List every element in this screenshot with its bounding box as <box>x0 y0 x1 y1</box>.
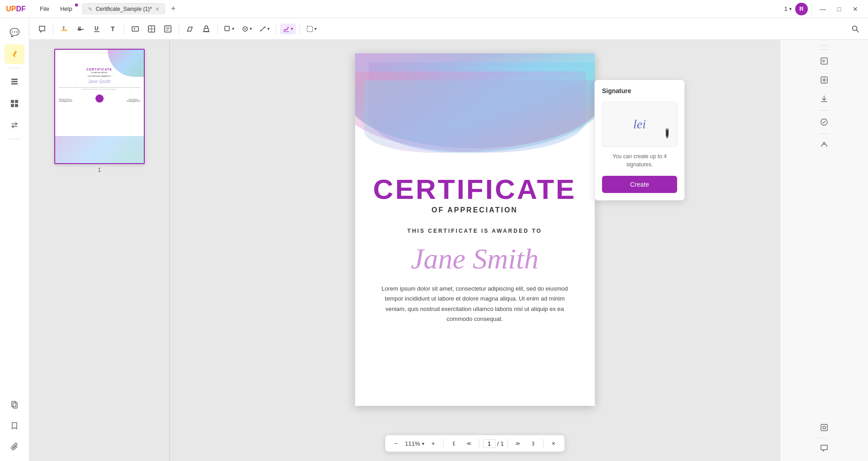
sidebar-item-bookmark[interactable] <box>5 416 24 436</box>
toolbar-stamp[interactable] <box>199 22 213 36</box>
nav-last-button[interactable]: ⟫ <box>527 437 540 450</box>
annotation-toolbar: T S U T <box>29 18 868 40</box>
nav-prev-far-button[interactable]: ≪ <box>463 437 475 450</box>
toolbar-border[interactable]: ▾ <box>304 24 319 34</box>
right-icon-bottom-1[interactable] <box>816 419 832 436</box>
right-panel-icon-1: 🖹 <box>820 56 829 66</box>
tab-name: Certificate_Sample (1)* <box>96 6 152 12</box>
toolbar-measure[interactable]: ▾ <box>256 24 272 34</box>
bookmark-icon <box>10 421 19 430</box>
menu-file[interactable]: File <box>35 4 54 14</box>
bottom-sep-3 <box>508 439 508 448</box>
toolbar-list[interactable] <box>161 22 175 36</box>
toolbar-sep-4 <box>217 24 218 34</box>
zoom-in-button[interactable]: + <box>427 437 440 450</box>
bottom-sep-1 <box>443 439 444 448</box>
current-page-input[interactable] <box>483 439 496 448</box>
toolbar-table[interactable] <box>144 22 159 36</box>
svg-text:🖹: 🖹 <box>822 59 825 63</box>
svg-rect-8 <box>15 104 18 107</box>
right-icon-3[interactable] <box>816 91 832 107</box>
sidebar-item-attachment[interactable] <box>5 437 24 456</box>
chevron-down-icon[interactable]: ▾ <box>789 6 792 11</box>
right-panel: 🖹 <box>780 40 868 461</box>
svg-rect-9 <box>12 401 16 407</box>
tab-edit-icon: ✎ <box>88 6 92 12</box>
toolbar-shapes[interactable]: ▾ <box>221 24 237 34</box>
sidebar-item-comment[interactable]: 💬 <box>5 23 24 42</box>
toolbar-sep-5 <box>276 24 276 34</box>
text-icon: T <box>109 25 117 33</box>
close-toolbar-button[interactable]: × <box>547 437 560 450</box>
thumb-bg-bottom <box>55 136 144 163</box>
thumb-name: Jane Smith <box>55 79 144 84</box>
document-view: CERTIFICATE OF APPRECIATION THIS CERTIFI… <box>170 40 780 461</box>
right-panel-icon-3 <box>820 94 829 103</box>
active-tab[interactable]: ✎ Certificate_Sample (1)* × <box>82 3 165 14</box>
minimize-button[interactable]: — <box>816 2 830 16</box>
thumbnail-wrapper[interactable]: CERTIFICATE OF APPRECIATION THIS CERTIFI… <box>54 49 145 173</box>
toolbar-highlight[interactable]: T <box>57 22 71 36</box>
thumbnail-page-number: 1 <box>54 167 145 173</box>
nav-next-far-button[interactable]: ≫ <box>512 437 524 450</box>
new-tab-button[interactable]: + <box>167 3 180 15</box>
close-button[interactable]: ✕ <box>848 2 863 16</box>
text-box-icon: T <box>131 25 139 33</box>
svg-rect-30 <box>225 26 229 31</box>
toolbar-comment[interactable] <box>35 22 49 36</box>
sidebar-item-organize[interactable] <box>5 94 24 113</box>
app-logo: UPDF <box>0 5 32 13</box>
sidebar-item-annotation[interactable] <box>5 44 24 64</box>
zoom-dropdown-arrow[interactable]: ▾ <box>422 441 424 446</box>
svg-text:T: T <box>111 25 115 33</box>
zoom-out-button[interactable]: − <box>389 437 402 450</box>
svg-rect-0 <box>13 51 17 56</box>
total-pages: 1 <box>500 440 503 447</box>
toolbar-pencil[interactable]: ▾ <box>239 24 255 34</box>
logo-df: DF <box>16 5 25 13</box>
svg-text:U: U <box>95 25 99 32</box>
tab-close-button[interactable]: × <box>156 5 159 13</box>
toolbar-signature[interactable]: ▾ <box>280 24 296 34</box>
user-avatar[interactable]: R <box>795 3 808 15</box>
right-icon-1[interactable]: 🖹 <box>816 53 832 69</box>
svg-rect-2 <box>11 79 18 80</box>
toolbar-strikethrough[interactable]: S <box>73 22 88 36</box>
toolbar-text[interactable]: T <box>106 22 120 36</box>
page-navigation: / 1 <box>483 439 504 448</box>
certificate-awarded-text: THIS CERTIFICATE IS AWARDED TO <box>369 228 581 234</box>
sidebar-item-pages[interactable] <box>5 395 24 415</box>
right-icon-chat[interactable] <box>816 440 832 456</box>
svg-rect-40 <box>666 132 667 134</box>
certificate-body: Lorem ipsum dolor sit amet, consectetur … <box>378 284 572 324</box>
thumb-body: Lorem ipsum dolor sit amet, consectetur … <box>58 87 141 90</box>
right-icon-2[interactable] <box>816 72 832 88</box>
menu-help[interactable]: Help <box>56 4 77 14</box>
create-signature-button[interactable]: Create <box>602 176 677 193</box>
right-icon-5[interactable] <box>816 137 832 153</box>
sidebar-item-convert[interactable] <box>5 115 24 135</box>
right-icon-4[interactable] <box>816 114 832 130</box>
maximize-button[interactable]: □ <box>832 2 846 16</box>
toolbar-eraser[interactable] <box>183 22 197 36</box>
notification-dot <box>75 4 78 6</box>
svg-point-48 <box>823 142 825 144</box>
svg-rect-10 <box>13 403 17 408</box>
pencil-toolbar-icon <box>242 25 249 33</box>
svg-text:S: S <box>78 26 81 32</box>
toolbar-text-box[interactable]: T <box>128 22 142 36</box>
nav-first-button[interactable]: ⟪ <box>447 437 460 450</box>
signature-preview-text: lei <box>633 117 646 132</box>
page-number-indicator: 1 <box>784 5 787 12</box>
signature-panel: Signature lei <box>594 80 685 201</box>
zoom-level-text: 111% <box>405 440 420 447</box>
sidebar-item-layers[interactable] <box>5 72 24 92</box>
page-thumbnail[interactable]: CERTIFICATE OF APPRECIATION THIS CERTIFI… <box>54 49 145 164</box>
toolbar-search[interactable] <box>848 22 863 36</box>
svg-marker-37 <box>666 136 669 139</box>
toolbar-underline[interactable]: U <box>90 22 104 36</box>
certificate-content: CERTIFICATE OF APPRECIATION THIS CERTIFI… <box>355 53 595 356</box>
svg-rect-5 <box>11 100 14 103</box>
svg-rect-49 <box>821 424 827 431</box>
signature-arrow: ▾ <box>291 26 293 31</box>
